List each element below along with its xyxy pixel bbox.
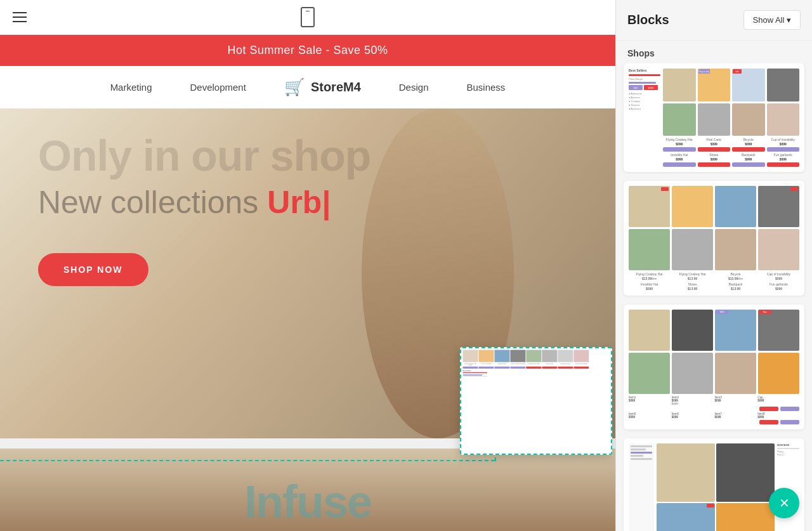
mini-labels-3: Item1$099 Item2$099$199 Item3$099 Cap..$…	[629, 396, 799, 405]
mini-labels-1b: Invisible Hat$999 Shoes$099 Backpack$999…	[663, 153, 799, 161]
hero-subtitle: New collections Urb|	[38, 183, 370, 221]
mini-btn-row-1	[663, 147, 799, 152]
mini-labels-2b: Invisible Hat$099 Shoes$13.99 Backpack$1…	[629, 282, 799, 291]
mini-labels-2a: Flying Cowboy Hat$13.99$xx Flying Cowboy…	[629, 272, 799, 280]
mini-labels-3b: Item5$099 Item6$099 Item7$099 Item8$099	[629, 412, 799, 419]
close-icon: ✕	[779, 497, 790, 509]
nav-link-business[interactable]: Business	[466, 82, 505, 93]
hero-content: Only in our shop New collections Urb| SH…	[38, 134, 370, 286]
shop-card-4[interactable]: Cap.. $099 $099	[624, 438, 804, 531]
preview-content: Hot Summer Sale - Save 50% Marketing Dev…	[0, 35, 615, 531]
close-button[interactable]: ✕	[769, 488, 799, 518]
panel-scroll[interactable]: Best Sellers Price Range $10 $200 ● Awes…	[616, 63, 812, 531]
nav-link-design[interactable]: Design	[399, 82, 429, 93]
nav-bar: Marketing Development 🛒 StoreM4 Design B…	[0, 66, 615, 108]
section-shops-label: Shops	[616, 41, 812, 63]
hero-subtitle-text: New collections	[38, 185, 258, 220]
mini-btn-row-1b	[663, 162, 799, 167]
cart-icon: 🛒	[284, 77, 304, 97]
hamburger-menu[interactable]	[13, 12, 27, 22]
right-panel: Blocks Show All ▾ Shops Best Sellers Pri…	[615, 0, 812, 531]
shop-now-button[interactable]: SHOP NOW	[38, 253, 148, 286]
add-to-cart-row-3	[629, 407, 799, 411]
mini-labels-1: Flying Cowboy Hat$099 Pool Carto$099 Bic…	[663, 138, 799, 146]
announcement-bar: Hot Summer Sale - Save 50%	[0, 35, 615, 66]
nav-logo: 🛒 StoreM4	[284, 77, 361, 97]
floating-preview-content: Flying Cowboy Hat $099 Pool Carto $099 B…	[461, 348, 612, 455]
floating-preview-thumbnail[interactable]: Flying Cowboy Hat $099 Pool Carto $099 B…	[460, 347, 612, 455]
hero-title: Only in our shop	[38, 134, 370, 177]
logo-text: StoreM4	[311, 80, 361, 95]
nav-link-marketing[interactable]: Marketing	[110, 82, 152, 93]
add-to-cart-row-3b	[629, 420, 799, 424]
shop-card-1[interactable]: Best Sellers Price Range $10 $200 ● Awes…	[624, 63, 804, 172]
mini-shop-grid-3: $099 New	[629, 310, 799, 394]
top-toolbar	[0, 0, 615, 35]
panel-title: Blocks	[627, 13, 669, 27]
mini-shop-grid-2	[629, 186, 799, 270]
device-preview-icon[interactable]	[301, 7, 315, 27]
nav-link-development[interactable]: Development	[190, 82, 246, 93]
editor-area: Hot Summer Sale - Save 50% Marketing Dev…	[0, 0, 615, 531]
selection-horizontal	[0, 460, 495, 461]
hero-subtitle-accent: Urb|	[267, 185, 331, 220]
bottom-text: Infuse	[244, 479, 371, 525]
announcement-text: Hot Summer Sale - Save 50%	[227, 44, 388, 56]
mini-shop-grid-1: Pring to ship sale	[663, 69, 799, 136]
panel-header: Blocks Show All ▾	[616, 0, 812, 41]
show-all-button[interactable]: Show All ▾	[743, 10, 801, 30]
shop-card-3[interactable]: $099 New Item1$099 Item2$099$199 Item3$0…	[624, 305, 804, 429]
shop-card-2[interactable]: Flying Cowboy Hat$13.99$xx Flying Cowboy…	[624, 181, 804, 296]
